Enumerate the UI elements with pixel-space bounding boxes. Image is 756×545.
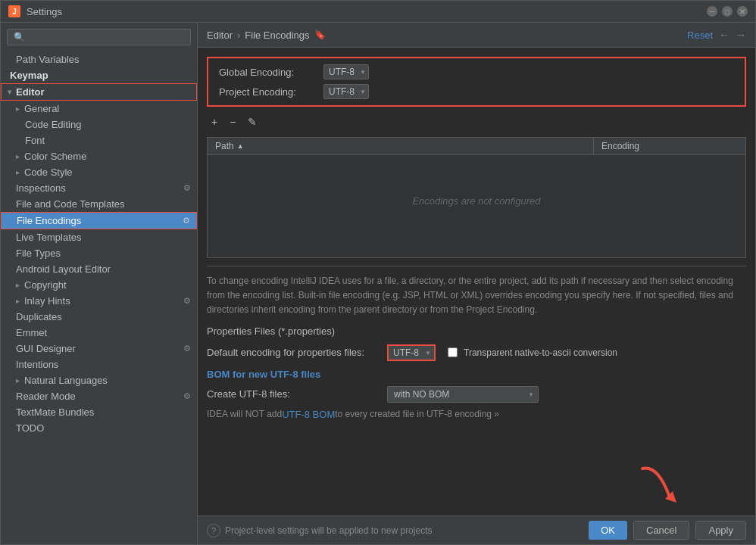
bookmark-icon: 🔖 <box>314 30 326 40</box>
title-bar: J Settings ─ □ ✕ <box>1 1 755 23</box>
col-path: Path ▲ <box>208 138 594 154</box>
main-panel: Editor › File Encodings 🔖 Reset ← → <box>198 23 755 544</box>
textmate-bundles-label: TextMate Bundles <box>16 406 94 418</box>
encoding-settings-box: Global Encoding: UTF-8 Project Encoding: <box>207 57 746 107</box>
sidebar-item-keymap[interactable]: Keymap <box>1 67 197 83</box>
utf8-bom-link[interactable]: UTF-8 BOM <box>282 409 335 420</box>
col-encoding: Encoding <box>594 138 745 154</box>
sidebar-item-color-scheme[interactable]: ▸ Color Scheme <box>1 148 197 164</box>
bom-section: BOM for new UTF-8 files Create UTF-8 fil… <box>207 369 746 420</box>
panel-content: Global Encoding: UTF-8 Project Encoding: <box>198 48 755 515</box>
help-icon[interactable]: ? <box>207 524 220 537</box>
path-toolbar: + − ✎ <box>207 114 746 129</box>
footer-buttons: OK Cancel Apply <box>589 521 746 540</box>
live-templates-label: Live Templates <box>16 232 81 243</box>
sidebar-item-intentions[interactable]: Intentions <box>1 357 197 372</box>
keymap-label: Keymap <box>10 70 48 81</box>
cancel-button[interactable]: Cancel <box>633 521 689 540</box>
add-path-button[interactable]: + <box>207 114 222 129</box>
close-button[interactable]: ✕ <box>737 6 748 17</box>
sidebar-item-gui-designer[interactable]: GUI Designer ⚙ <box>1 341 197 357</box>
transparent-label: Transparent native-to-ascii conversion <box>464 347 617 358</box>
settings-window: J Settings ─ □ ✕ Path Variables Keymap <box>0 0 756 545</box>
transparent-checkbox[interactable] <box>448 347 458 357</box>
create-utf8-label: Create UTF-8 files: <box>207 388 381 400</box>
sidebar-item-general[interactable]: ▸ General <box>1 101 197 117</box>
search-input[interactable] <box>7 29 191 45</box>
breadcrumb-editor: Editor <box>207 30 233 41</box>
remove-path-button[interactable]: − <box>225 114 240 129</box>
sidebar-item-textmate-bundles[interactable]: TextMate Bundles <box>1 404 197 420</box>
sidebar-item-copyright[interactable]: ▸ Copyright <box>1 277 197 293</box>
sidebar-item-inspections[interactable]: Inspections ⚙ <box>1 180 197 196</box>
default-encoding-select[interactable]: UTF-8 <box>389 346 434 360</box>
sidebar-item-emmet[interactable]: Emmet <box>1 325 197 341</box>
natural-languages-label: Natural Languages <box>24 375 108 386</box>
sidebar-item-duplicates[interactable]: Duplicates <box>1 309 197 325</box>
global-encoding-label: Global Encoding: <box>219 67 317 78</box>
project-encoding-label: Project Encoding: <box>219 86 317 98</box>
sidebar-item-android-layout-editor[interactable]: Android Layout Editor <box>1 261 197 277</box>
default-encoding-row: Default encoding for properties files: U… <box>207 344 746 361</box>
file-encodings-label: File Encodings <box>17 215 81 226</box>
sidebar-item-live-templates[interactable]: Live Templates <box>1 229 197 245</box>
editor-chevron: ▾ <box>8 88 11 96</box>
sidebar-item-path-variables[interactable]: Path Variables <box>1 51 197 67</box>
create-utf8-row: Create UTF-8 files: with NO BOM with BOM <box>207 386 746 403</box>
global-encoding-select[interactable]: UTF-8 <box>323 64 369 79</box>
project-encoding-select[interactable]: UTF-8 <box>323 84 369 99</box>
reset-button[interactable]: Reset <box>687 30 713 41</box>
footer-left: ? Project-level settings will be applied… <box>207 524 432 537</box>
copyright-label: Copyright <box>24 279 67 291</box>
sidebar-item-inlay-hints[interactable]: ▸ Inlay Hints ⚙ <box>1 293 197 309</box>
global-encoding-row: Global Encoding: UTF-8 <box>219 64 734 79</box>
sidebar-item-file-types[interactable]: File Types <box>1 245 197 261</box>
intentions-label: Intentions <box>16 359 58 370</box>
sidebar-item-file-code-templates[interactable]: File and Code Templates <box>1 196 197 212</box>
sidebar-item-editor[interactable]: ▾ Editor <box>1 83 197 101</box>
bom-section-label: BOM for new UTF-8 files <box>207 369 746 380</box>
info-text: To change encoding IntelliJ IDEA uses fo… <box>207 266 746 318</box>
emmet-label: Emmet <box>16 327 47 338</box>
sidebar-item-file-encodings[interactable]: File Encodings ⚙ <box>1 212 197 229</box>
nav-back-button[interactable]: ← <box>719 29 729 41</box>
table-header: Path ▲ Encoding <box>208 138 745 155</box>
main-content-area: Path Variables Keymap ▾ Editor ▸ General… <box>1 23 755 544</box>
sidebar-item-reader-mode[interactable]: Reader Mode ⚙ <box>1 388 197 404</box>
apply-button[interactable]: Apply <box>695 521 746 540</box>
color-scheme-label: Color Scheme <box>24 151 86 162</box>
maximize-button[interactable]: □ <box>722 6 733 17</box>
table-body: Encodings are not configured <box>208 155 745 246</box>
sidebar-list: Path Variables Keymap ▾ Editor ▸ General… <box>1 51 197 544</box>
general-label: General <box>24 103 59 114</box>
default-encoding-select-wrapper: UTF-8 ▼ <box>387 344 436 361</box>
file-encodings-settings-icon: ⚙ <box>183 216 190 226</box>
breadcrumb-current: File Encodings <box>245 30 309 41</box>
sidebar-item-font[interactable]: Font <box>1 132 197 148</box>
header-actions: Reset ← → <box>687 29 746 41</box>
file-types-label: File Types <box>16 248 61 259</box>
edit-path-button[interactable]: ✎ <box>243 114 261 129</box>
gui-designer-label: GUI Designer <box>16 343 76 354</box>
code-style-chevron: ▸ <box>16 168 20 176</box>
project-encoding-select-wrapper: UTF-8 <box>323 84 369 99</box>
sidebar-item-code-style[interactable]: ▸ Code Style <box>1 164 197 180</box>
sidebar-item-natural-languages[interactable]: ▸ Natural Languages <box>1 372 197 388</box>
ok-button[interactable]: OK <box>589 521 627 540</box>
create-utf8-select[interactable]: with NO BOM with BOM <box>387 386 539 403</box>
minimize-button[interactable]: ─ <box>707 6 717 17</box>
duplicates-label: Duplicates <box>16 311 62 322</box>
nav-forward-button[interactable]: → <box>736 29 746 41</box>
table-empty-message: Encodings are not configured <box>412 195 540 207</box>
global-encoding-select-wrapper: UTF-8 <box>323 64 369 79</box>
code-editing-label: Code Editing <box>25 119 81 130</box>
create-utf8-select-wrapper: with NO BOM with BOM <box>387 386 539 403</box>
file-code-templates-label: File and Code Templates <box>16 198 125 210</box>
search-box <box>1 23 197 51</box>
sidebar-item-code-editing[interactable]: Code Editing <box>1 117 197 132</box>
copyright-chevron: ▸ <box>16 281 20 289</box>
idea-note-row: IDEA will NOT add UTF-8 BOM to every cre… <box>207 409 746 420</box>
inlay-hints-chevron: ▸ <box>16 297 20 305</box>
sidebar-item-todo[interactable]: TODO <box>1 420 197 436</box>
sidebar: Path Variables Keymap ▾ Editor ▸ General… <box>1 23 198 544</box>
